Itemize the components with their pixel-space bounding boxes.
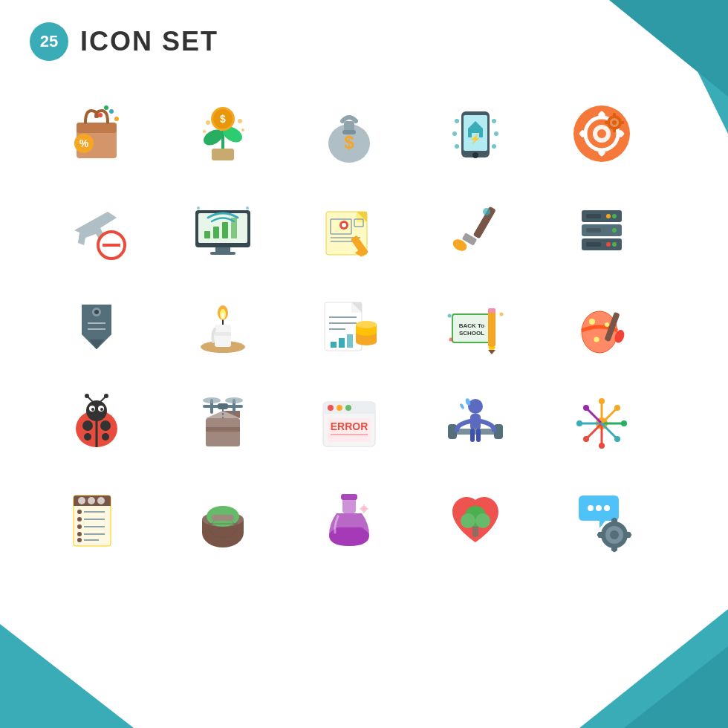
svg-rect-176 — [470, 429, 475, 442]
icon-chat-gear[interactable] — [557, 475, 646, 565]
icon-money-plant[interactable]: $ — [178, 89, 267, 178]
svg-point-5 — [109, 109, 114, 114]
svg-point-189 — [576, 420, 582, 426]
icon-report-chart[interactable] — [305, 282, 394, 371]
icon-back-to-school[interactable]: BACK To SCHOOL — [431, 282, 520, 371]
svg-rect-152 — [206, 427, 240, 432]
svg-point-31 — [455, 144, 459, 149]
svg-line-185 — [586, 423, 602, 439]
svg-point-156 — [203, 397, 221, 403]
svg-text:$: $ — [344, 132, 354, 152]
svg-point-16 — [238, 119, 242, 123]
svg-text:SCHOOL: SCHOOL — [459, 330, 484, 337]
svg-point-163 — [328, 405, 334, 411]
icon-flask[interactable] — [305, 475, 394, 565]
svg-rect-22 — [342, 130, 356, 134]
icon-coffee-menu[interactable] — [52, 475, 141, 565]
svg-point-73 — [342, 223, 346, 227]
svg-rect-61 — [222, 222, 228, 238]
svg-point-48 — [612, 120, 617, 125]
svg-rect-98 — [215, 332, 231, 336]
svg-rect-58 — [210, 252, 235, 255]
svg-rect-59 — [204, 231, 210, 238]
icon-spice-jar[interactable] — [178, 475, 267, 565]
svg-point-198 — [78, 497, 85, 504]
svg-point-193 — [583, 436, 589, 442]
icon-paint-brush[interactable] — [431, 186, 520, 275]
svg-point-191 — [583, 405, 589, 411]
svg-rect-120 — [488, 308, 495, 347]
svg-rect-50 — [613, 129, 616, 132]
icon-workout[interactable] — [431, 379, 520, 468]
svg-point-226 — [588, 505, 594, 511]
svg-rect-109 — [331, 342, 337, 348]
svg-point-225 — [475, 513, 490, 528]
icon-gear-settings[interactable] — [557, 89, 646, 178]
svg-point-79 — [483, 208, 490, 215]
svg-point-131 — [594, 337, 599, 342]
svg-point-15 — [206, 120, 210, 125]
svg-rect-149 — [206, 418, 240, 446]
svg-rect-221 — [341, 494, 357, 500]
page-title: ICON SET — [80, 26, 218, 57]
corner-decoration-bottom-left — [0, 624, 134, 728]
svg-point-165 — [345, 405, 351, 411]
svg-point-88 — [612, 242, 617, 247]
svg-point-190 — [621, 420, 627, 426]
svg-point-6 — [114, 117, 119, 121]
svg-point-175 — [459, 403, 464, 410]
svg-point-164 — [337, 405, 342, 411]
svg-rect-85 — [586, 214, 601, 218]
icon-map-plan[interactable] — [305, 186, 394, 275]
icon-package-drone[interactable] — [178, 379, 267, 468]
svg-point-89 — [606, 242, 611, 247]
svg-point-4 — [98, 113, 103, 117]
svg-point-139 — [102, 433, 109, 441]
svg-point-7 — [104, 105, 108, 110]
icon-smart-home-phone[interactable]: ⚡ — [431, 89, 520, 178]
badge-number: 25 — [30, 22, 68, 61]
svg-point-130 — [605, 322, 609, 327]
svg-point-192 — [614, 405, 620, 411]
icon-monitor-wifi[interactable] — [178, 186, 267, 275]
svg-line-186 — [602, 423, 617, 439]
icon-easter-egg[interactable] — [557, 282, 646, 371]
svg-line-183 — [586, 408, 602, 423]
header: 25 ICON SET — [30, 22, 218, 61]
icon-shopping-bag[interactable]: % — [52, 89, 141, 178]
icon-price-tag[interactable] — [52, 282, 141, 371]
svg-rect-158 — [218, 403, 228, 409]
svg-text:%: % — [79, 137, 89, 149]
svg-point-228 — [604, 505, 610, 511]
svg-point-147 — [85, 394, 89, 398]
svg-point-17 — [203, 130, 206, 133]
svg-point-201 — [77, 510, 82, 514]
svg-point-140 — [86, 400, 107, 421]
svg-point-29 — [452, 131, 457, 136]
icon-money-bag[interactable]: $ — [305, 89, 394, 178]
svg-rect-49 — [613, 113, 616, 117]
svg-rect-90 — [586, 242, 601, 247]
icon-fireworks[interactable] — [557, 379, 646, 468]
icon-ladybug[interactable] — [52, 379, 141, 468]
svg-point-129 — [589, 319, 595, 325]
svg-rect-216 — [212, 515, 234, 521]
svg-rect-52 — [620, 121, 624, 124]
icon-airplane-cancel[interactable] — [52, 186, 141, 275]
svg-text:ERROR: ERROR — [331, 420, 368, 432]
svg-point-64 — [246, 207, 249, 209]
svg-point-116 — [356, 321, 377, 328]
icon-server[interactable] — [557, 186, 646, 275]
svg-point-18 — [241, 129, 244, 131]
icon-heart-tree[interactable] — [431, 475, 520, 565]
svg-point-199 — [88, 497, 95, 504]
svg-point-205 — [77, 524, 82, 529]
svg-text:$: $ — [220, 113, 226, 125]
icon-error-window[interactable]: ERROR — [305, 379, 394, 468]
svg-point-136 — [82, 420, 93, 431]
svg-point-209 — [77, 538, 82, 542]
svg-text:⚡: ⚡ — [469, 133, 481, 144]
svg-point-37 — [597, 129, 606, 138]
svg-point-63 — [197, 207, 200, 209]
icon-candle[interactable] — [178, 282, 267, 371]
